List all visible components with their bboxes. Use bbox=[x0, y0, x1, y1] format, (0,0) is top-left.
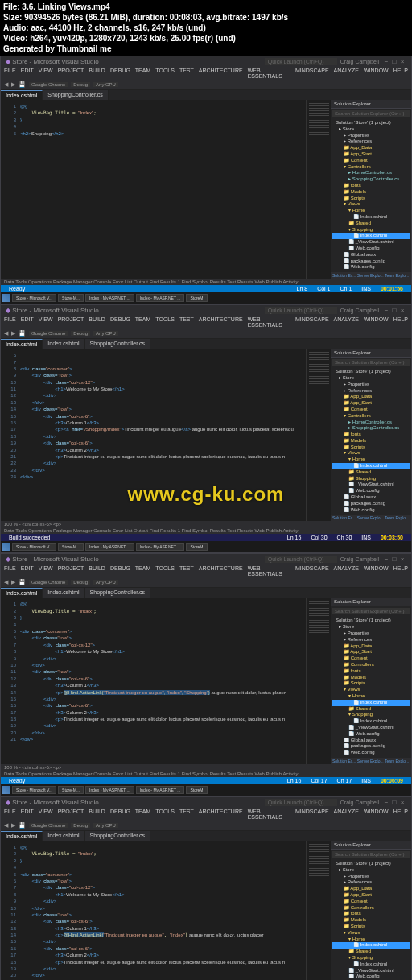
code-editor[interactable]: @{ ViewBag.Title = "Index"; } <div class… bbox=[19, 841, 307, 980]
browser-dropdown[interactable]: Google Chrome bbox=[29, 82, 68, 87]
solution-tree[interactable]: Solution 'Store' (1 project) ▸ Store ▸ P… bbox=[331, 859, 411, 980]
nav-back-icon[interactable]: ◀ bbox=[4, 330, 8, 337]
solution-tabs[interactable]: Solution Ex... Server Explo... Team Expl… bbox=[331, 272, 411, 279]
nav-fwd-icon[interactable]: ▶ bbox=[11, 81, 15, 88]
tree-views[interactable]: ▾ Views bbox=[332, 201, 410, 208]
nav-back-icon[interactable]: ◀ bbox=[4, 822, 8, 829]
solution-tree[interactable]: Solution 'Store' (1 project) ▸ Store ▸ P… bbox=[331, 367, 411, 515]
platform-dropdown[interactable]: Any CPU bbox=[93, 82, 118, 87]
tree-appstart[interactable]: 📁 App_Start bbox=[332, 400, 410, 407]
taskbar-item[interactable]: Index - My ASP.NET ... bbox=[85, 786, 134, 794]
save-icon[interactable]: 💾 bbox=[19, 822, 26, 829]
tree-models[interactable]: 📁 Models bbox=[332, 917, 410, 924]
taskbar-item[interactable]: Index - My ASP.NET ... bbox=[85, 294, 134, 302]
code-editor[interactable]: <div class="container"> <div class="row"… bbox=[19, 349, 307, 521]
menu-analyze[interactable]: ANALYZE bbox=[334, 68, 359, 79]
tree-controllers[interactable]: 📁 Controllers bbox=[332, 662, 410, 668]
tree-appdata[interactable]: 📁 App_Data bbox=[332, 394, 410, 400]
menu-architecture[interactable]: ARCHITECTURE bbox=[199, 565, 243, 577]
menu-mindscape[interactable]: MINDSCAPE bbox=[295, 808, 329, 820]
tree-references[interactable]: ▸ References bbox=[332, 139, 410, 145]
menu-view[interactable]: VIEW bbox=[39, 316, 53, 328]
platform-dropdown[interactable]: Any CPU bbox=[93, 580, 118, 585]
titlebar[interactable]: ◆ Store - Microsoft Visual Studio Quick … bbox=[1, 554, 411, 564]
tree-fonts[interactable]: 📁 fonts bbox=[332, 183, 410, 189]
tree-references[interactable]: ▸ References bbox=[332, 637, 410, 643]
config-dropdown[interactable]: Debug bbox=[71, 580, 90, 585]
tree-appdata[interactable]: 📁 App_Data bbox=[332, 145, 410, 151]
tree-home[interactable]: ▾ Home bbox=[332, 937, 410, 943]
menu-analyze[interactable]: ANALYZE bbox=[334, 808, 359, 820]
tab-shopping-controller[interactable]: ShoppingController.cs bbox=[85, 339, 151, 349]
nav-back-icon[interactable]: ◀ bbox=[4, 579, 8, 585]
menu-project[interactable]: PROJECT bbox=[58, 565, 84, 577]
code-editor[interactable]: @{ ViewBag.Title = "Index"; } <div class… bbox=[19, 598, 307, 764]
code-editor[interactable]: @{ ViewBag.Title = "Index"; } <h2>Shoppi… bbox=[19, 100, 307, 279]
taskbar[interactable]: Store - Microsoft V... Store-M... Index … bbox=[1, 292, 411, 304]
start-button[interactable] bbox=[2, 294, 10, 302]
tree-controllers[interactable]: 📁 Controllers bbox=[332, 905, 410, 912]
menu-team[interactable]: TEAM bbox=[135, 68, 150, 79]
tree-global[interactable]: 📄 Global.asax bbox=[332, 494, 410, 501]
tree-homecontroller[interactable]: ▸ HomeController.cs bbox=[332, 170, 410, 176]
save-icon[interactable]: 💾 bbox=[19, 579, 26, 585]
tree-index-cshtml[interactable]: 📄 Index.cshtml bbox=[332, 463, 410, 469]
menu-analyze[interactable]: ANALYZE bbox=[334, 565, 359, 577]
tree-webconfig2[interactable]: 📄 Web.config bbox=[332, 507, 410, 514]
tree-shared[interactable]: 📁 Shared bbox=[332, 469, 410, 476]
solution-tabs[interactable]: Solution Ex... Server Explo... Team Expl… bbox=[331, 515, 411, 521]
menu-view[interactable]: VIEW bbox=[39, 808, 53, 820]
menu-help[interactable]: HELP bbox=[393, 565, 408, 577]
menu-project[interactable]: PROJECT bbox=[58, 808, 84, 820]
solution-search-input[interactable]: Search Solution Explorer (Ctrl+;) bbox=[332, 359, 410, 366]
minimize-button[interactable]: − bbox=[382, 556, 390, 563]
menu-file[interactable]: FILE bbox=[4, 808, 16, 820]
menu-webessentials[interactable]: WEB ESSENTIALS bbox=[248, 565, 290, 577]
tree-appstart[interactable]: 📁 App_Start bbox=[332, 892, 410, 899]
user-name[interactable]: Craig Campbell bbox=[337, 59, 382, 64]
menu-build[interactable]: BUILD bbox=[89, 565, 105, 577]
solution-explorer-header[interactable]: Solution Explorer bbox=[331, 349, 411, 358]
menu-window[interactable]: WINDOW bbox=[364, 316, 389, 328]
menu-debug[interactable]: DEBUG bbox=[110, 316, 130, 328]
config-dropdown[interactable]: Debug bbox=[71, 82, 90, 87]
tree-shopping-index[interactable]: 📄 Index.cshtml bbox=[332, 233, 410, 239]
solution-search-input[interactable]: Search Solution Explorer (Ctrl+;) bbox=[332, 110, 410, 117]
tab-index-cshtml[interactable]: Index.cshtml bbox=[1, 90, 43, 100]
tree-packages[interactable]: 📄 packages.config bbox=[332, 258, 410, 265]
tree-scripts[interactable]: 📁 Scripts bbox=[332, 924, 410, 930]
solution-explorer-header[interactable]: Solution Explorer bbox=[331, 598, 411, 606]
taskbar-item[interactable]: Index - My ASP.NET ... bbox=[85, 543, 134, 551]
solution-tabs[interactable]: Solution Ex... Server Explo... Team Expl… bbox=[331, 758, 411, 764]
minimap[interactable] bbox=[307, 100, 331, 279]
close-button[interactable]: × bbox=[398, 556, 406, 563]
tab-shopping-controller[interactable]: ShoppingController.cs bbox=[85, 831, 151, 841]
tree-index-cshtml[interactable]: 📄 Index.cshtml bbox=[332, 700, 410, 706]
menu-file[interactable]: FILE bbox=[4, 316, 16, 328]
nav-fwd-icon[interactable]: ▶ bbox=[11, 822, 15, 829]
tree-index-cshtml[interactable]: 📄 Index.cshtml bbox=[332, 942, 410, 949]
menu-debug[interactable]: DEBUG bbox=[110, 565, 130, 577]
close-button[interactable]: × bbox=[398, 307, 406, 314]
menu-edit[interactable]: EDIT bbox=[21, 808, 34, 820]
user-name[interactable]: Craig Campbell bbox=[337, 556, 382, 562]
tree-home[interactable]: ▾ Home bbox=[332, 693, 410, 700]
menu-build[interactable]: BUILD bbox=[89, 808, 105, 820]
tree-viewstart[interactable]: 📄 _ViewStart.cshtml bbox=[332, 239, 410, 246]
tree-fonts[interactable]: 📁 fonts bbox=[332, 668, 410, 675]
nav-fwd-icon[interactable]: ▶ bbox=[11, 579, 15, 585]
menu-debug[interactable]: DEBUG bbox=[110, 808, 130, 820]
tree-references[interactable]: ▸ References bbox=[332, 879, 410, 886]
start-button[interactable] bbox=[2, 786, 10, 794]
save-icon[interactable]: 💾 bbox=[19, 81, 26, 88]
solution-search-input[interactable]: Search Solution Explorer (Ctrl+;) bbox=[332, 608, 410, 614]
taskbar-item[interactable]: Store-M... bbox=[58, 786, 84, 794]
taskbar-item[interactable]: Store - Microsoft V... bbox=[12, 786, 56, 794]
solution-root[interactable]: Solution 'Store' (1 project) bbox=[332, 861, 410, 867]
quick-launch-input[interactable]: Quick Launch (Ctrl+Q) bbox=[265, 556, 337, 563]
tree-properties[interactable]: ▸ Properties bbox=[332, 133, 410, 139]
taskbar-item[interactable]: Store-M... bbox=[58, 294, 84, 302]
taskbar-item[interactable]: Store-M... bbox=[58, 543, 84, 551]
menu-tools[interactable]: TOOLS bbox=[155, 316, 175, 328]
tree-shopping-index[interactable]: 📄 Index.cshtml bbox=[332, 718, 410, 725]
